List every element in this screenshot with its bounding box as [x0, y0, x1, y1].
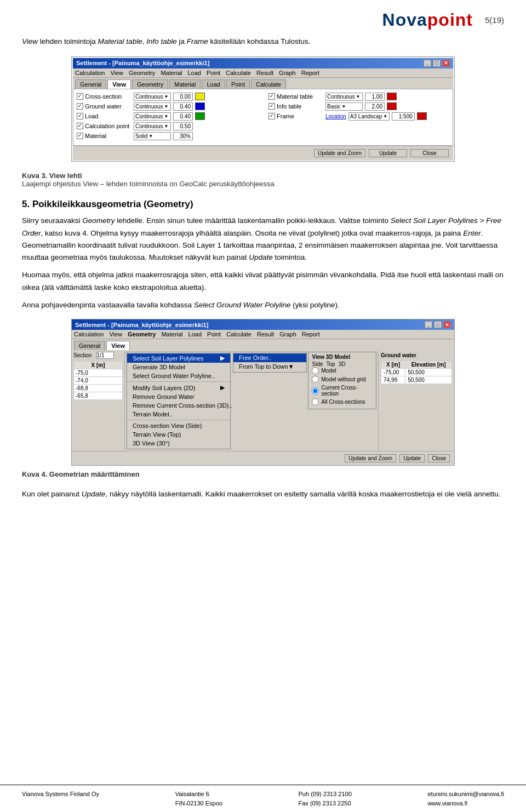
tab-3d[interactable]: 3D	[339, 361, 346, 367]
win-controls1: _ □ ✕	[424, 60, 450, 67]
close-btn2[interactable]: ✕	[443, 321, 451, 328]
section-input[interactable]	[96, 352, 114, 359]
menu-load[interactable]: Load	[188, 70, 201, 76]
footer-contact: etunimi.sukunimi@vianova.fi www.vianova.…	[427, 790, 504, 808]
tab-side[interactable]: Side	[312, 361, 323, 367]
tab-top[interactable]: Top	[327, 361, 335, 367]
dd-calcpoint[interactable]: Continuous ▼	[134, 122, 171, 130]
val-infotable[interactable]	[365, 102, 385, 111]
radio-model-nogrid-input[interactable]	[312, 376, 319, 383]
menu-terrain[interactable]: Terrain Model..	[127, 410, 230, 419]
tab-view1[interactable]: View	[107, 79, 131, 89]
val-crosssection[interactable]	[173, 93, 193, 101]
dd-crosssection[interactable]: Continuous ▼	[134, 93, 171, 101]
menu-report[interactable]: Report	[301, 70, 319, 76]
menu-terrain-view[interactable]: Terrain View (Top)	[127, 430, 230, 439]
menu2-report[interactable]: Report	[302, 331, 320, 338]
dd-groundwater[interactable]: Continuous ▼	[134, 102, 171, 111]
btn-close1[interactable]: Close	[410, 149, 449, 157]
menu2-geometry[interactable]: Geometry	[128, 331, 156, 338]
tab-calculate1[interactable]: Calculate	[251, 79, 286, 89]
tab-geometry1[interactable]: Geometry	[132, 79, 168, 89]
menu-point[interactable]: Point	[207, 70, 220, 76]
menu2-load[interactable]: Load	[188, 331, 202, 338]
tab-general2[interactable]: General	[74, 341, 105, 350]
btn-update2[interactable]: Update	[399, 454, 425, 462]
dd-frame[interactable]: A3 Landscap ▼	[348, 112, 390, 121]
tab-point1[interactable]: Point	[226, 79, 250, 89]
color-groundwater[interactable]	[195, 102, 205, 110]
val-groundwater[interactable]	[173, 102, 193, 111]
chk-calcpoint-box[interactable]	[77, 123, 83, 129]
menu-calculate[interactable]: Calculate	[226, 70, 251, 76]
tab-material1[interactable]: Material	[169, 79, 201, 89]
val-calcpoint[interactable]	[173, 122, 193, 130]
chk-material-box[interactable]	[77, 133, 83, 139]
val-frame[interactable]	[392, 112, 415, 121]
val-material[interactable]	[173, 132, 193, 140]
chk-load-box[interactable]	[77, 113, 83, 119]
dd-infotable[interactable]: Basic ▼	[325, 102, 363, 111]
geo-win-body: Section X [m] -75,0 -74,0 -68,8 -65,8	[72, 350, 454, 451]
submenu-from-top[interactable]: From Top to Down▼	[233, 362, 306, 371]
radio-all-cs-input[interactable]	[312, 398, 319, 405]
color-frame[interactable]	[417, 112, 427, 120]
menu-modify-soil[interactable]: Modify Soil Layers (2D)▶	[127, 383, 230, 392]
menu-select-soil[interactable]: Select Soil Layer Polylines▶	[127, 353, 230, 363]
tab-view2[interactable]: View	[106, 341, 130, 350]
chk-crosssection-box[interactable]	[77, 93, 83, 100]
menu-calculation[interactable]: Calculation	[75, 70, 105, 76]
btn-close2[interactable]: Close	[428, 454, 450, 462]
menu-3d-view[interactable]: 3D View (30°)	[127, 439, 230, 448]
radio-all-cs: All Cross-sections	[312, 398, 373, 405]
menu-result[interactable]: Result	[256, 70, 273, 76]
menu-generate3d[interactable]: Generate 3D Model	[127, 363, 230, 371]
btn-update1[interactable]: Update	[369, 149, 407, 157]
menu-view[interactable]: View	[110, 70, 123, 76]
radio-current-cs-input[interactable]	[312, 387, 319, 394]
menu2-graph[interactable]: Graph	[279, 331, 296, 338]
menu-remove-cs[interactable]: Remove Current Cross-section (3D)..	[127, 401, 230, 410]
color-infotable[interactable]	[387, 102, 397, 110]
chk-frame-box[interactable]	[268, 113, 275, 119]
menu2-point[interactable]: Point	[207, 331, 221, 338]
menu-select-gw[interactable]: Select Ground Water Polyline..	[127, 371, 230, 380]
color-materialtable[interactable]	[387, 93, 397, 100]
menu-remove-gw[interactable]: Remove Ground Water	[127, 392, 230, 401]
dd-material[interactable]: Solid ▼	[134, 132, 171, 140]
logo-area: Novapoint 5(19)	[382, 10, 504, 30]
submenu-free-order[interactable]: Free Order..	[233, 353, 306, 362]
maximize-btn2[interactable]: □	[434, 321, 442, 328]
btn-updatezoom1[interactable]: Update and Zoom	[314, 149, 365, 157]
win-footer1: Update and Zoom Update Close	[73, 146, 453, 160]
minimize-btn2[interactable]: _	[425, 321, 432, 328]
menu2-calculation[interactable]: Calculation	[74, 331, 104, 338]
menu-material[interactable]: Material	[161, 70, 182, 76]
color-crosssection[interactable]	[195, 93, 205, 100]
chk-groundwater-box[interactable]	[77, 103, 83, 110]
val-load[interactable]	[173, 112, 193, 121]
page-footer: Vianova Systems Finland Oy Vaisalantie 6…	[0, 785, 526, 812]
minimize-btn1[interactable]: _	[424, 60, 431, 67]
menu-cs-view[interactable]: Cross-section View (Side)	[127, 421, 230, 430]
radio-model-input[interactable]	[312, 367, 319, 374]
menu2-view[interactable]: View	[109, 331, 122, 338]
menu2-result[interactable]: Result	[257, 331, 274, 338]
chk-materialtable-box[interactable]	[268, 93, 275, 100]
close-btn1[interactable]: ✕	[442, 60, 450, 67]
maximize-btn1[interactable]: □	[433, 60, 441, 67]
menu2-calculate[interactable]: Calculate	[226, 331, 251, 338]
btn-updatezoom2[interactable]: Update and Zoom	[345, 454, 396, 462]
tab-load1[interactable]: Load	[202, 79, 225, 89]
menu-graph[interactable]: Graph	[279, 70, 296, 76]
color-load[interactable]	[195, 112, 205, 120]
menu2-material[interactable]: Material	[161, 331, 182, 338]
val-materialtable[interactable]	[365, 93, 385, 101]
tab-general1[interactable]: General	[75, 79, 106, 89]
gw-row2-x: 74,99	[381, 376, 405, 384]
menu-geometry[interactable]: Geometry	[129, 70, 155, 76]
menu-sep2	[127, 420, 230, 420]
dd-load[interactable]: Continuous ▼	[134, 112, 171, 121]
dd-materialtable[interactable]: Continuous ▼	[325, 93, 363, 101]
chk-infotable-box[interactable]	[268, 103, 275, 110]
